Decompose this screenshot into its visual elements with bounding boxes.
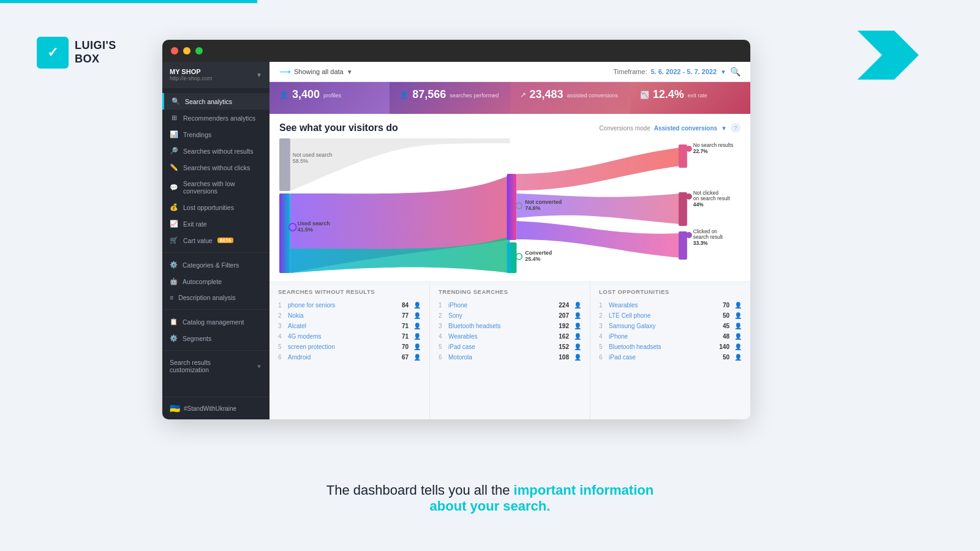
sidebar-item-recommenders[interactable]: ⊞ Recommenders analytics — [162, 110, 270, 126]
sankey-header: See what your visitors do Conversions mo… — [279, 122, 741, 133]
sidebar-footer: 🇺🇦 #StandWithUkraine — [162, 397, 270, 419]
table-row: 5 Bluetooth headsets 140 👤 — [599, 342, 742, 352]
not-used-search-node — [279, 138, 290, 191]
person-icon: 👤 — [413, 323, 421, 329]
searches-without-results-title: SEARCHES WITHOUT RESULTS — [278, 288, 421, 295]
bottom-tagline: The dashboard tells you all the importan… — [0, 482, 980, 514]
table-row: 1 Wearables 70 👤 — [599, 300, 742, 310]
person-icon: 👤 — [734, 333, 742, 340]
not-used-pct: 58.5% — [293, 158, 308, 164]
sidebar-item-no-results[interactable]: 🔎 Searches without results — [162, 143, 270, 159]
person-icon: 👤 — [734, 354, 742, 361]
no-results-node — [679, 144, 687, 168]
sidebar-item-autocomplete[interactable]: 🤖 Autocomplete — [162, 273, 270, 290]
sidebar-item-cart-value[interactable]: 🛒 Cart value BETA — [162, 232, 270, 249]
sidebar-item-search-customization[interactable]: Search results customization ▼ — [162, 354, 270, 378]
stat-profiles-number: 3,400 — [292, 88, 320, 101]
timeframe-label: Timeframe: — [613, 68, 647, 75]
sidebar-item-label: Search results customization — [170, 359, 251, 373]
conv-dropdown-icon[interactable]: ▼ — [721, 125, 727, 132]
converted-label: Converted — [525, 250, 552, 256]
showing-label: Showing all data — [294, 68, 344, 75]
sidebar-item-categories[interactable]: ⚙️ Categories & Filters — [162, 257, 270, 273]
main-content: ⟶ Showing all data ▼ Timeframe: 5. 6. 20… — [270, 62, 750, 419]
stat-profiles: 👤 3,400 profiles — [270, 82, 390, 114]
not-used-label: Not used search — [293, 152, 333, 158]
clicked-label2: search result — [693, 234, 723, 240]
conv-info-icon[interactable]: ? — [731, 123, 741, 133]
filter-icon: ⟶ — [279, 67, 291, 77]
sankey-title: See what your visitors do — [279, 122, 398, 133]
timeframe-dropdown-icon[interactable]: ▼ — [720, 69, 726, 75]
beta-badge: BETA — [217, 238, 234, 243]
sidebar-item-catalog[interactable]: 📋 Catalog management — [162, 313, 270, 330]
clicked-pct: 33.3% — [693, 240, 708, 246]
timeframe-value[interactable]: 5. 6. 2022 - 5. 7. 2022 — [650, 68, 717, 75]
sidebar-item-label: Searches without clicks — [183, 164, 250, 171]
lost-icon: 💰 — [170, 203, 178, 211]
bottom-text-part1: The dashboard tells you all the — [326, 482, 514, 498]
person-icon: 👤 — [734, 312, 742, 319]
searches-icon: 👤 — [399, 91, 409, 99]
searches-without-results-section: SEARCHES WITHOUT RESULTS 1 phone for sen… — [270, 282, 430, 419]
person-icon: 👤 — [413, 333, 421, 340]
table-row: 1 phone for seniors 84 👤 — [278, 300, 421, 310]
trending-table: 1 iPhone 224 👤 2 Sony 207 👤 3 — [439, 300, 581, 362]
stats-bar: 👤 3,400 profiles 👤 87,566 searches perfo… — [270, 82, 750, 114]
to-not-clicked-path — [516, 193, 680, 224]
sidebar-item-trendings[interactable]: 📊 Trendings — [162, 126, 270, 143]
browser-close-dot[interactable] — [171, 47, 178, 54]
sidebar-divider-1 — [162, 252, 270, 253]
sidebar-item-label: Cart value — [183, 237, 213, 244]
categories-icon: ⚙️ — [170, 261, 178, 269]
profiles-icon: 👤 — [279, 91, 288, 99]
catalog-icon: 📋 — [170, 318, 178, 326]
sidebar-item-label: Exit rate — [183, 220, 207, 228]
lost-table: 1 Wearables 70 👤 2 LTE Cell phone 50 👤 — [599, 300, 742, 362]
table-row: 6 iPad case 50 👤 — [599, 352, 742, 362]
showing-all-data[interactable]: ⟶ Showing all data ▼ — [279, 67, 353, 77]
shop-url: http://e-shop.com — [170, 75, 213, 81]
search-icon[interactable]: 🔍 — [730, 67, 741, 77]
stat-profiles-label: profiles — [323, 92, 341, 99]
person-icon: 👤 — [413, 354, 421, 361]
sidebar-item-no-clicks[interactable]: ✏️ Searches without clicks — [162, 159, 270, 176]
sidebar-item-low-conversions[interactable]: 💬 Searches with low conversions — [162, 176, 270, 199]
stand-with-ukraine-text: #StandWithUkraine — [184, 405, 236, 412]
cart-icon: 🛒 — [170, 236, 178, 244]
person-icon: 👤 — [574, 343, 581, 350]
shop-name: MY SHOP — [170, 68, 213, 75]
sidebar-header[interactable]: MY SHOP http://e-shop.com ▼ — [162, 62, 270, 88]
sidebar-nav: 🔍 Search analytics ⊞ Recommenders analyt… — [162, 88, 270, 397]
main-topbar: ⟶ Showing all data ▼ Timeframe: 5. 6. 20… — [270, 62, 750, 82]
sidebar-item-label: Segments — [183, 335, 211, 342]
sidebar-item-segments[interactable]: ⚙️ Segments — [162, 330, 270, 347]
sankey-section: See what your visitors do Conversions mo… — [270, 114, 750, 282]
used-search-label: Used search — [298, 220, 330, 227]
lost-opportunities-title: LOST OPPORTUNITIES — [599, 288, 742, 295]
sidebar-item-label: Description analysis — [178, 294, 235, 301]
person-icon: 👤 — [574, 333, 581, 340]
trending-searches-title: TRENDING SEARCHES — [439, 288, 581, 295]
not-clicked-pct: 44% — [693, 201, 704, 208]
table-row: 3 Samsung Galaxy 45 👤 — [599, 321, 742, 331]
browser-minimize-dot[interactable] — [183, 47, 190, 54]
sidebar-item-description-analysis[interactable]: ≡ Description analysis — [162, 290, 270, 305]
table-row: 2 LTE Cell phone 50 👤 — [599, 310, 742, 321]
sidebar-item-label: Search analytics — [185, 98, 232, 105]
sidebar-item-search-analytics[interactable]: 🔍 Search analytics — [162, 93, 270, 110]
table-row: 6 Amdroid 67 👤 — [278, 352, 421, 362]
sidebar-item-label: Autocomplete — [183, 278, 222, 285]
shop-dropdown-icon[interactable]: ▼ — [256, 72, 262, 78]
sidebar-item-label: Recommenders analytics — [183, 114, 255, 122]
no-results-pct: 22.7% — [693, 148, 708, 154]
table-row: 1 iPhone 224 👤 — [439, 300, 581, 310]
stat-exit-number: 12.4% — [653, 88, 684, 101]
sidebar-item-lost-opportunities[interactable]: 💰 Lost opportunities — [162, 199, 270, 216]
conversions-mode-value[interactable]: Assisted conversions — [654, 125, 717, 132]
luigis-box-logo: ✓ LUIGI'S BOX — [37, 37, 116, 69]
browser-chrome — [162, 40, 750, 62]
bottom-tables: SEARCHES WITHOUT RESULTS 1 phone for sen… — [270, 282, 750, 419]
sidebar-item-exit-rate[interactable]: 📈 Exit rate — [162, 216, 270, 232]
browser-maximize-dot[interactable] — [195, 47, 203, 54]
